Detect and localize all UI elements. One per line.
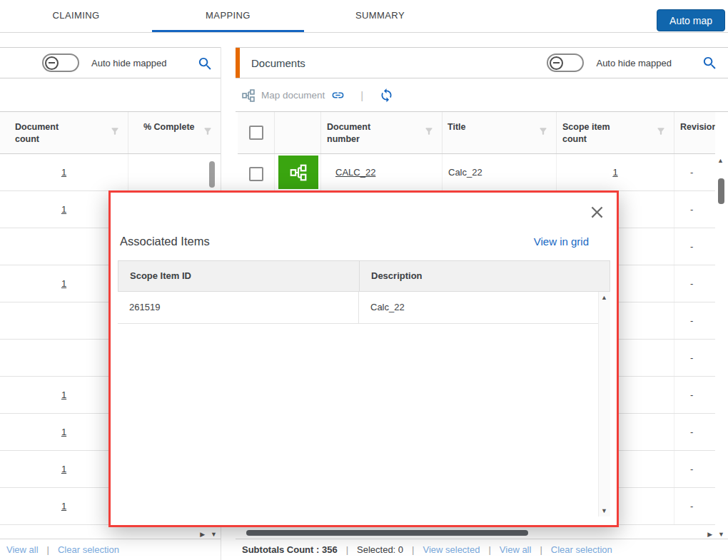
row-checkbox[interactable] <box>249 167 263 181</box>
document-count-link[interactable]: 1 <box>61 167 66 178</box>
minus-circle-icon <box>550 56 563 70</box>
revision-text: - <box>690 204 693 215</box>
tab-summary[interactable]: SUMMARY <box>304 0 456 32</box>
vertical-scrollbar: ▲ <box>717 156 726 534</box>
document-number-link[interactable]: CALC_22 <box>335 167 375 178</box>
revision-text: - <box>690 278 693 289</box>
horizontal-scrollbar-thumb[interactable] <box>246 530 528 536</box>
tab-claiming[interactable]: CLAIMING <box>0 0 152 32</box>
revision-cell: - <box>674 451 715 487</box>
column-header-scope-item-id: Scope Item ID <box>118 261 360 291</box>
document-count-link[interactable]: 1 <box>61 501 66 511</box>
footer-separator: | <box>346 544 348 555</box>
scroll-right-icon[interactable]: ▶ <box>200 531 205 538</box>
revision-cell: - <box>674 488 715 524</box>
mapped-indicator[interactable] <box>278 156 318 189</box>
revision-cell: - <box>674 191 715 228</box>
document-number-cell: CALC_22 <box>321 154 443 190</box>
dialog-header: Associated Items View in grid <box>120 228 607 254</box>
column-header-title: Title <box>443 112 557 153</box>
selected-count: Selected: 0 <box>357 544 403 555</box>
documents-panel-footer: Subtotals Count : 356 | Selected: 0 | Vi… <box>236 539 728 560</box>
top-tab-bar: CLAIMING MAPPING SUMMARY Auto map <box>0 0 728 33</box>
subtotals-count: Subtotals Count : 356 <box>242 544 338 555</box>
scroll-down-icon[interactable]: ▼ <box>211 531 217 538</box>
left-panel-toolbar <box>0 79 221 112</box>
table-row: 1 <box>0 154 221 191</box>
toolbar-separator: | <box>360 89 363 101</box>
column-label: Scope item count <box>562 121 618 146</box>
document-count-link[interactable]: 1 <box>61 427 66 437</box>
scope-item-count-link[interactable]: 1 <box>612 167 617 178</box>
scroll-up-icon[interactable]: ▲ <box>717 157 724 164</box>
column-header-revision: Revision <box>674 112 715 153</box>
associated-items-dialog: Associated Items View in grid Scope Item… <box>108 190 619 527</box>
minus-circle-icon <box>45 56 59 70</box>
title-text: Calc_22 <box>448 167 482 178</box>
scope-item-count-cell: 1 <box>557 154 674 190</box>
sitemap-icon <box>289 163 308 182</box>
select-all-checkbox[interactable] <box>249 126 263 140</box>
vertical-scrollbar-thumb[interactable] <box>718 178 724 204</box>
revision-text: - <box>690 315 693 326</box>
column-header-percent-complete: % Complete <box>128 112 221 153</box>
filter-icon[interactable] <box>110 126 120 136</box>
tab-mapping[interactable]: MAPPING <box>152 0 304 32</box>
column-label: Document number <box>327 121 383 146</box>
close-icon <box>587 203 607 222</box>
filter-icon[interactable] <box>203 126 213 136</box>
document-count-link[interactable]: 1 <box>61 390 66 400</box>
column-label: Title <box>448 121 465 133</box>
associated-items-table: Scope Item ID Description 261519 Calc_22… <box>118 260 610 516</box>
column-header-scope-item-count: Scope item count <box>557 112 674 153</box>
view-selected-link[interactable]: View selected <box>423 544 480 555</box>
filter-icon[interactable] <box>656 126 666 136</box>
scroll-up-icon[interactable]: ▲ <box>601 294 607 301</box>
vertical-scrollbar-thumb[interactable] <box>209 161 215 188</box>
auto-hide-toggle[interactable] <box>42 54 79 72</box>
close-button[interactable] <box>586 201 608 223</box>
filter-icon[interactable] <box>424 126 434 136</box>
select-all-cell <box>238 112 275 153</box>
dialog-title: Associated Items <box>120 235 210 248</box>
document-count-link[interactable]: 1 <box>61 278 66 289</box>
search-icon[interactable] <box>197 56 213 72</box>
search-icon[interactable] <box>702 55 718 71</box>
table-header-row: Document count % Complete <box>0 112 221 154</box>
view-in-grid-link[interactable]: View in grid <box>534 235 589 248</box>
revision-cell: - <box>674 265 715 302</box>
revision-text: - <box>690 464 693 474</box>
auto-hide-toggle[interactable] <box>547 54 584 72</box>
app-root: CLAIMING MAPPING SUMMARY Auto map Auto h… <box>0 0 728 560</box>
view-all-link[interactable]: View all <box>6 544 39 555</box>
refresh-icon[interactable] <box>379 88 394 103</box>
scroll-down-icon[interactable]: ▼ <box>718 531 724 538</box>
dialog-scrollbar: ▲ ▼ <box>598 292 610 516</box>
revision-cell: - <box>674 414 715 450</box>
revision-cell: - <box>674 228 715 265</box>
scroll-right-icon[interactable]: ▶ <box>707 531 712 538</box>
column-label: Document count <box>15 121 71 146</box>
documents-toolbar: Map document | <box>236 79 728 112</box>
footer-separator: | <box>47 544 49 555</box>
scroll-down-icon[interactable]: ▼ <box>601 507 607 514</box>
clear-selection-link[interactable]: Clear selection <box>58 544 119 555</box>
associated-item-row: 261519 Calc_22 <box>118 292 598 324</box>
view-all-link[interactable]: View all <box>500 544 532 555</box>
filter-icon[interactable] <box>538 126 548 136</box>
link-icon[interactable] <box>331 88 345 102</box>
document-row: CALC_22 Calc_22 1 - <box>238 154 715 191</box>
clear-selection-link[interactable]: Clear selection <box>551 544 612 555</box>
auto-map-button[interactable]: Auto map <box>657 9 725 31</box>
footer-separator: | <box>488 544 490 555</box>
revision-cell: - <box>674 302 715 339</box>
percent-complete-cell <box>128 154 221 190</box>
document-count-link[interactable]: 1 <box>61 204 66 215</box>
document-count-link[interactable]: 1 <box>61 464 66 474</box>
revision-text: - <box>690 167 693 178</box>
auto-hide-label: Auto hide mapped <box>596 58 672 68</box>
revision-cell: - <box>674 377 715 413</box>
column-header-document-number: Document number <box>321 112 443 153</box>
panel-title: Documents <box>251 57 305 69</box>
map-document-button[interactable] <box>241 88 256 103</box>
